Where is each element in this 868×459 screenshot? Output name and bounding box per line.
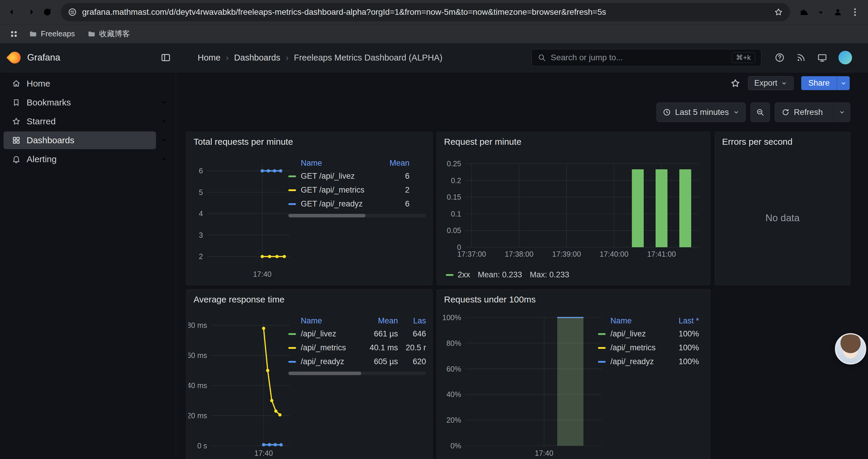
svg-text:6: 6 (199, 167, 203, 175)
svg-text:17:40: 17:40 (254, 449, 273, 457)
sidebar-item-alerting[interactable]: Alerting (4, 150, 156, 168)
legend-row[interactable]: GET /api/_livez 6 (288, 169, 409, 183)
legend-row[interactable]: /api/_livez 100% (598, 327, 699, 341)
breadcrumb-dashboards[interactable]: Dashboards (234, 53, 280, 63)
refresh-main[interactable]: Refresh (775, 103, 829, 122)
request-per-minute-bar-chart[interactable]: 0.250.20.150.10.05017:37:0017:38:0017:39… (440, 153, 708, 271)
dashboard-actions-bar: Export Share (176, 72, 868, 94)
search-input[interactable] (551, 53, 727, 62)
svg-text:17:37:00: 17:37:00 (457, 250, 486, 258)
legend-header-last[interactable]: Last * (666, 316, 699, 326)
series-color-dash (598, 347, 606, 349)
svg-text:60%: 60% (446, 365, 461, 373)
legend-header-name[interactable]: Name (598, 316, 666, 326)
floating-assistant-avatar[interactable] (835, 333, 866, 364)
nav-icons (775, 43, 852, 72)
bookmark-folder-freeleaps[interactable]: Freeleaps (24, 28, 80, 40)
svg-text:20 ms: 20 ms (188, 412, 207, 420)
dock-menu-icon[interactable] (160, 52, 171, 63)
search-box[interactable]: ⌘+k (531, 49, 761, 66)
requests-under-100ms-bar-chart[interactable]: 100%80%60%40%20%0%17:40 (440, 310, 606, 459)
no-data-message: No data (715, 212, 850, 224)
browser-menu-icon[interactable] (847, 4, 863, 20)
monitor-icon[interactable] (817, 53, 827, 63)
legend-row[interactable]: /api/_livez 661 µs 646 (288, 327, 426, 341)
chevron-down-icon[interactable] (159, 112, 169, 130)
sidebar-item-starred[interactable]: Starred (4, 112, 156, 130)
sidebar-item-home[interactable]: Home (4, 75, 156, 93)
legend-row[interactable]: /api/_readyz 605 µs 620 (288, 355, 426, 369)
share-button[interactable]: Share (801, 76, 850, 90)
legend-row[interactable]: /api/_metrics 100% (598, 341, 699, 355)
home-icon (12, 79, 21, 88)
favorite-star-icon[interactable] (730, 78, 740, 88)
legend-header-mean[interactable]: Mean (377, 159, 409, 168)
series-color-dash (288, 333, 296, 335)
svg-text:100%: 100% (442, 314, 461, 322)
help-icon[interactable] (775, 53, 785, 63)
series-color-dash (288, 361, 296, 363)
legend-row[interactable]: /api/_metrics 40.1 ms 20.5 r (288, 341, 426, 355)
panel-title[interactable]: Request per minute (444, 137, 522, 147)
svg-text:4: 4 (199, 209, 203, 218)
extensions-icon[interactable] (796, 4, 811, 20)
average-response-line-chart[interactable]: 80 ms60 ms40 ms20 ms0 s17:40 (188, 310, 294, 459)
site-info-icon[interactable] (68, 8, 77, 17)
bookmark-star-icon[interactable] (774, 8, 783, 17)
refresh-button[interactable]: Refresh (775, 102, 850, 122)
panel-title[interactable]: Total requests per minute (193, 137, 293, 147)
address-bar[interactable] (61, 3, 790, 21)
zoom-out-button[interactable] (750, 102, 770, 122)
svg-text:17:40: 17:40 (535, 449, 553, 457)
dashboard-canvas: Last 5 minutes Refresh (176, 94, 868, 459)
sidebar-item-bookmarks[interactable]: Bookmarks (4, 94, 156, 111)
dashboards-grid-icon (12, 136, 21, 145)
legend-scrollbar[interactable] (288, 371, 426, 375)
search-shortcut-hint: ⌘+k (732, 52, 755, 63)
total-requests-line-chart[interactable]: 6543217:40 (188, 153, 294, 283)
legend-scrollbar[interactable] (288, 214, 426, 218)
breadcrumb-home[interactable]: Home (198, 53, 220, 63)
time-range-picker[interactable]: Last 5 minutes (656, 102, 746, 122)
bookmark-folder-blogs[interactable]: 收藏博客 (83, 27, 135, 41)
download-icon[interactable] (813, 4, 829, 20)
sidebar-item-dashboards[interactable]: Dashboards (4, 131, 156, 149)
legend-table: Name Last * /api/_livez 100% /api/_metri… (598, 315, 699, 369)
legend-header-name[interactable]: Name (288, 316, 354, 326)
back-icon[interactable] (5, 4, 21, 20)
panel-title[interactable]: Errors per second (722, 137, 793, 147)
legend-header-last[interactable]: Las (398, 316, 426, 326)
legend-row[interactable]: GET /api/_readyz 6 (288, 197, 409, 211)
share-dropdown-caret[interactable] (837, 76, 850, 90)
chevron-down-icon (733, 109, 740, 116)
reload-icon[interactable] (39, 4, 55, 20)
refresh-interval-caret[interactable] (833, 103, 850, 122)
url-input[interactable] (82, 7, 769, 17)
browser-profile-icon[interactable] (830, 4, 845, 20)
legend-row[interactable]: /api/_readyz 100% (598, 355, 699, 369)
search-icon (538, 54, 546, 62)
series-name[interactable]: 2xx (458, 270, 470, 280)
grafana-brand[interactable]: Grafana (9, 43, 60, 72)
legend-row[interactable]: GET /api/_metrics 2 (288, 183, 409, 197)
chevron-down-icon[interactable] (159, 131, 169, 149)
legend-header-mean[interactable]: Mean (354, 316, 398, 326)
panel-title[interactable]: Average response time (193, 294, 284, 304)
svg-text:0%: 0% (451, 441, 461, 450)
forward-icon[interactable] (23, 4, 38, 20)
clock-icon (663, 108, 671, 117)
apps-grid-icon[interactable] (6, 28, 21, 40)
svg-text:40 ms: 40 ms (188, 381, 207, 390)
news-rss-icon[interactable] (796, 53, 806, 63)
chevron-down-icon[interactable] (159, 150, 169, 168)
legend-header-name[interactable]: Name (288, 159, 377, 168)
user-avatar[interactable] (838, 51, 852, 64)
bell-icon (12, 155, 21, 164)
svg-text:80 ms: 80 ms (188, 321, 207, 329)
export-button[interactable]: Export (748, 76, 794, 90)
svg-text:0.15: 0.15 (447, 193, 461, 201)
svg-text:5: 5 (199, 188, 203, 196)
panel-title[interactable]: Requests under 100ms (444, 294, 536, 304)
svg-text:0 s: 0 s (197, 441, 207, 450)
chevron-down-icon[interactable] (159, 94, 169, 111)
